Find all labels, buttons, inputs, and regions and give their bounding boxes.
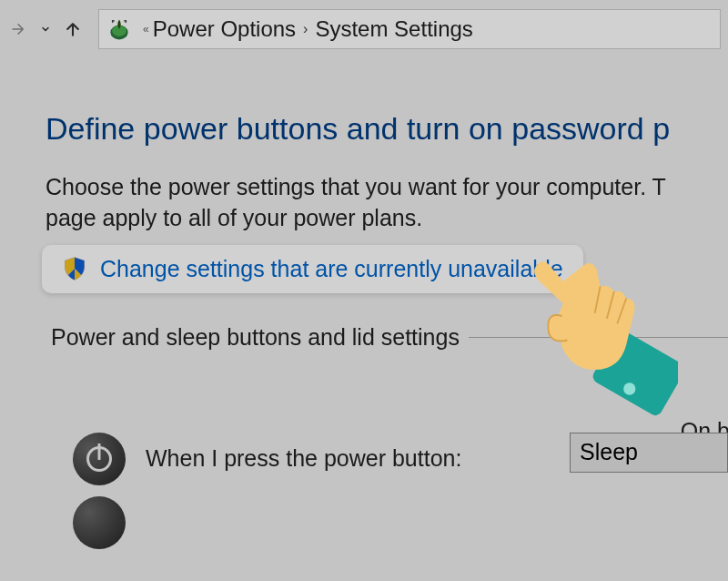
change-unavailable-settings-link[interactable]: Change settings that are currently unava… bbox=[42, 245, 583, 293]
section-heading: Power and sleep buttons and lid settings bbox=[46, 324, 460, 351]
uac-shield-icon bbox=[62, 256, 87, 281]
breadcrumb-parent[interactable]: Power Options bbox=[153, 16, 296, 42]
power-button-label: When I press the power button: bbox=[146, 445, 461, 472]
control-panel-icon bbox=[106, 16, 132, 42]
description-line-2: page apply to all of your power plans. bbox=[46, 205, 422, 230]
page-description: Choose the power settings that you want … bbox=[46, 172, 728, 234]
up-arrow-icon[interactable] bbox=[62, 18, 84, 40]
sleep-button-icon bbox=[73, 496, 126, 549]
power-button-action-value: Sleep bbox=[580, 439, 638, 465]
navigation-bar: « Power Options › System Settings bbox=[0, 0, 728, 56]
svg-point-3 bbox=[623, 382, 635, 394]
power-button-icon bbox=[73, 433, 126, 485]
breadcrumb-current[interactable]: System Settings bbox=[315, 16, 472, 42]
pointing-hand-annotation-icon bbox=[505, 250, 678, 423]
history-dropdown-icon[interactable] bbox=[35, 18, 56, 40]
breadcrumb-root-chevron-icon: « bbox=[143, 23, 149, 36]
address-breadcrumb[interactable]: « Power Options › System Settings bbox=[98, 9, 721, 49]
breadcrumb-separator-icon: › bbox=[303, 21, 308, 37]
change-unavailable-settings-text: Change settings that are currently unava… bbox=[100, 256, 563, 282]
page-title: Define power buttons and turn on passwor… bbox=[46, 111, 728, 147]
forward-arrow-icon[interactable] bbox=[7, 18, 29, 40]
power-button-action-dropdown[interactable]: Sleep bbox=[570, 433, 728, 473]
power-button-row: When I press the power button: Sleep bbox=[46, 433, 728, 485]
description-line-1: Choose the power settings that you want … bbox=[46, 174, 666, 199]
